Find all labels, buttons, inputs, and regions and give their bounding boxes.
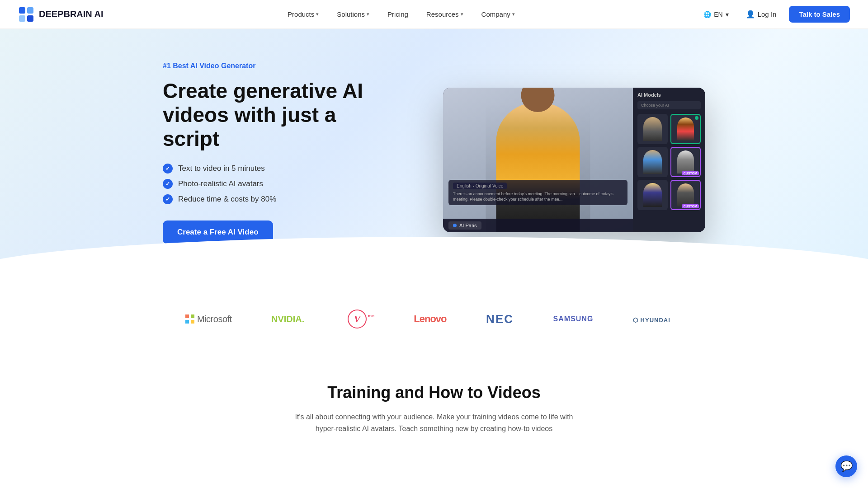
avatar-face	[643, 183, 661, 207]
chat-icon: 💬	[840, 460, 853, 461]
login-button[interactable]: 👤 Log In	[739, 6, 784, 22]
video-bottom-bar: AI Paris	[443, 219, 633, 232]
svg-text:media: media	[368, 314, 374, 318]
hero-left: #1 Best AI Video Generator Create genera…	[163, 62, 380, 258]
language-badge: English - Original Voice	[453, 183, 507, 189]
nav-pricing[interactable]: Pricing	[380, 7, 415, 22]
logos-inner: Microsoft NVIDIA. V media Lenovo NEC	[185, 309, 683, 329]
video-main-area: English - Original Voice There's an anno…	[443, 88, 633, 232]
nav-products[interactable]: Products ▾	[280, 7, 326, 22]
avatar-face	[677, 117, 694, 140]
create-free-video-button[interactable]: Create a Free AI Video	[163, 221, 273, 244]
globe-icon: 🌐	[703, 11, 711, 18]
script-text: There's an announcement before today's m…	[453, 191, 623, 202]
feature-item: Photo-realistic AI avatars	[163, 179, 380, 189]
feature-item: Reduce time & costs by 80%	[163, 194, 380, 204]
svg-text:NVIDIA.: NVIDIA.	[271, 314, 304, 324]
hero-badge: #1 Best AI Video Generator	[163, 62, 380, 70]
avatar-cell-custom[interactable]: CUSTOM	[670, 180, 701, 210]
avatar-face	[643, 117, 661, 141]
sidebar-title: AI Models	[637, 92, 701, 98]
chevron-down-icon: ▾	[316, 11, 319, 17]
custom-badge: CUSTOM	[682, 204, 699, 208]
navbar: DEEPBRAIN AI Products ▾ Solutions ▾ Pric…	[0, 0, 868, 29]
microsoft-logo: Microsoft	[185, 314, 232, 324]
feature-item: Text to video in 5 minutes	[163, 164, 380, 174]
svg-rect-2	[19, 15, 25, 22]
nav-company[interactable]: Company ▾	[474, 7, 522, 22]
sidebar-search[interactable]: Choose your AI	[637, 101, 701, 109]
ai-name-badge[interactable]: AI Paris	[448, 221, 481, 230]
nav-solutions[interactable]: Solutions ▾	[330, 7, 377, 22]
check-icon	[163, 194, 173, 204]
svg-text:V: V	[354, 313, 361, 324]
microsoft-icon	[185, 314, 194, 324]
check-icon	[163, 164, 173, 174]
script-overlay: English - Original Voice There's an anno…	[448, 180, 627, 205]
logos-section: Microsoft NVIDIA. V media Lenovo NEC	[0, 282, 868, 347]
svg-text:⬡ HYUNDAI: ⬡ HYUNDAI	[633, 317, 670, 324]
section-description: It's all about connecting with your audi…	[289, 411, 579, 434]
chevron-down-icon: ▾	[367, 11, 369, 17]
samsung-logo: SAMSUNG	[553, 315, 594, 323]
avatar-face	[677, 183, 694, 206]
no-credit-card-note: 💳 No credit card require	[163, 249, 380, 258]
avatar-cell[interactable]	[637, 147, 668, 177]
avatar-cell-selected[interactable]	[670, 114, 701, 144]
hero-features: Text to video in 5 minutes Photo-realist…	[163, 164, 380, 204]
svg-rect-1	[27, 7, 33, 14]
ai-dot-icon	[453, 224, 457, 227]
virgin-media-logo: V media	[347, 309, 374, 329]
ai-avatar	[486, 102, 590, 232]
training-section: Training and How to Videos It's all abou…	[0, 347, 868, 461]
hyundai-logo: ⬡ HYUNDAI	[633, 312, 683, 326]
nav-actions: 🌐 EN ▾ 👤 Log In Talk to Sales	[699, 6, 850, 23]
logo-icon	[18, 6, 34, 23]
nec-logo: NEC	[486, 312, 514, 326]
svg-rect-0	[19, 7, 25, 14]
nav-resources[interactable]: Resources ▾	[419, 7, 471, 22]
chevron-down-icon: ▾	[512, 11, 515, 17]
language-selector[interactable]: 🌐 EN ▾	[699, 8, 733, 21]
custom-badge: CUSTOM	[682, 171, 699, 175]
avatar-head	[521, 88, 555, 112]
avatar-face	[643, 150, 661, 174]
selected-badge	[695, 116, 698, 120]
avatar-cell[interactable]	[637, 180, 668, 210]
hero-content: #1 Best AI Video Generator Create genera…	[163, 62, 705, 258]
hero-section: #1 Best AI Video Generator Create genera…	[0, 29, 868, 282]
svg-rect-3	[27, 15, 33, 22]
talk-to-sales-button[interactable]: Talk to Sales	[789, 6, 850, 23]
chevron-down-icon: ▾	[726, 11, 729, 18]
virgin-icon: V media	[347, 309, 374, 329]
avatar-cell[interactable]	[637, 114, 668, 144]
chevron-down-icon: ▾	[461, 11, 463, 17]
logo[interactable]: DEEPBRAIN AI	[18, 6, 104, 23]
avatar-face	[677, 150, 694, 173]
logo-text: DEEPBRAIN AI	[39, 9, 104, 19]
hero-right: English - Original Voice There's an anno…	[407, 88, 705, 232]
check-icon	[163, 179, 173, 189]
avatar-cell-custom[interactable]: CUSTOM	[670, 147, 701, 177]
nvidia-icon: NVIDIA.	[271, 312, 307, 326]
lenovo-logo: Lenovo	[414, 313, 446, 325]
video-mockup: English - Original Voice There's an anno…	[443, 88, 705, 232]
ai-models-sidebar: AI Models Choose your AI	[633, 88, 705, 232]
avatar-body	[496, 102, 580, 232]
nvidia-logo: NVIDIA.	[271, 312, 307, 326]
user-icon: 👤	[746, 10, 755, 19]
nav-links: Products ▾ Solutions ▾ Pricing Resources…	[280, 7, 522, 22]
hero-title: Create generative AI videos with just a …	[163, 79, 380, 151]
credit-card-icon: 💳	[163, 249, 172, 258]
hyundai-icon: ⬡ HYUNDAI	[633, 312, 683, 326]
avatar-grid: CUSTOM CUSTOM	[637, 114, 701, 210]
section-title: Training and How to Videos	[36, 383, 832, 402]
